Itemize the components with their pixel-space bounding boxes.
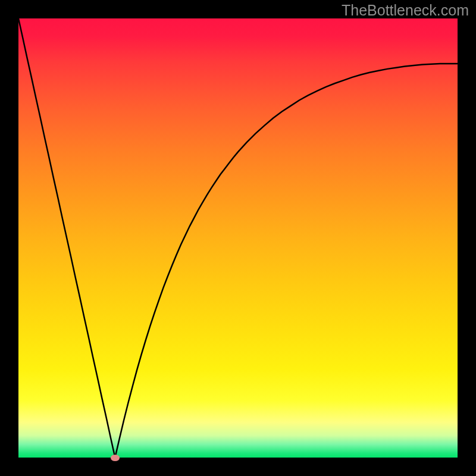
chart-frame: { "watermark": "TheBottleneck.com", "ann…: [0, 0, 476, 476]
annotation-marker: [111, 455, 120, 461]
watermark-text: TheBottleneck.com: [342, 2, 469, 19]
plot-area: [18, 18, 458, 458]
curve-canvas: [18, 18, 458, 458]
bottleneck-curve: [18, 18, 458, 458]
